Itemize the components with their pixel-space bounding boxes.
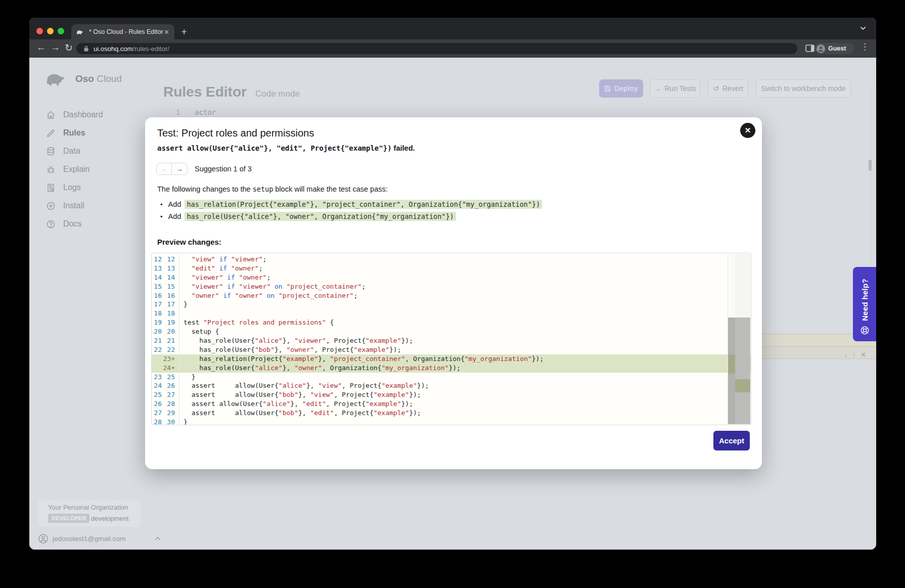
diff-scrollbar[interactable]: [728, 254, 750, 424]
diff-row: 2426 assert allow(User{"alice"}, "view",…: [152, 381, 751, 390]
suggestion-pager: ← →: [156, 163, 188, 175]
suggestion-list: •Addhas_relation(Project{"example"}, "pr…: [160, 198, 542, 222]
deploy-button[interactable]: Deploy: [599, 79, 643, 98]
run-tests-button[interactable]: → Run Tests: [650, 79, 700, 98]
sidebar-item-data[interactable]: Data: [46, 142, 147, 160]
suggestion-prefix: Add: [168, 200, 182, 208]
profile-chip[interactable]: Guest: [815, 43, 854, 54]
browser-menu-icon[interactable]: ⋮: [861, 41, 869, 52]
run-arrow-icon: →: [654, 84, 661, 93]
suggestion-code-chip: has_role(User{"alice"}, "owner", Organiz…: [185, 212, 456, 221]
sidebar-item-docs[interactable]: Docs: [46, 215, 147, 233]
new-line-number: 30: [162, 418, 175, 425]
accept-button[interactable]: Accept: [713, 431, 750, 450]
old-line-number: 28: [152, 418, 162, 425]
editor-scrollbar-thumb[interactable]: [869, 160, 872, 171]
sidebar-item-label: Rules: [63, 128, 85, 138]
sidebar-nav: DashboardRulesDataExplainLogsInstallDocs: [46, 106, 147, 233]
sidebar-item-label: Install: [63, 201, 84, 210]
browser-titlebar: * Oso Cloud - Rules Editor ✕ +: [29, 18, 876, 39]
revert-button[interactable]: ↺ Revert: [708, 79, 748, 98]
old-line-number: 15: [152, 282, 162, 291]
need-help-tab[interactable]: Need help?: [853, 267, 876, 341]
diff-row: 1717}: [152, 300, 751, 309]
old-line-number: 22: [152, 345, 162, 354]
diff-rows: 1212 "view" if "viewer";1313 "edit" if "…: [152, 255, 751, 425]
user-menu[interactable]: jedosotest1@gmail.com: [38, 534, 161, 544]
refresh-button[interactable]: ↻: [65, 42, 73, 54]
screen: * Oso Cloud - Rules Editor ✕ + ← → ↻ ui.…: [0, 0, 905, 588]
code-text: has_role(User{"bob"}, "owner", Project{"…: [179, 345, 401, 354]
code-text: has_role(User{"alice"}, "owner", Organiz…: [179, 364, 461, 373]
preview-changes-label: Preview changes:: [157, 238, 221, 246]
browser-tab[interactable]: * Oso Cloud - Rules Editor ✕: [71, 24, 174, 39]
url-path: /rules-editor/: [132, 45, 169, 53]
switch-workbench-button[interactable]: Switch to workbench mode: [756, 79, 851, 98]
diff-row: 2222 has_role(User{"bob"}, "owner", Proj…: [152, 345, 751, 354]
suggestion-code-chip: has_relation(Project{"example"}, "projec…: [185, 200, 542, 209]
suggestion-counter: Suggestion 1 of 3: [195, 165, 252, 173]
sidebar-item-explain[interactable]: Explain: [46, 160, 147, 178]
suggestion-intro: The following changes to the setup block…: [157, 185, 388, 193]
code-text: assert allow(User{"bob"}, "edit", Projec…: [179, 409, 421, 418]
previous-suggestion-button[interactable]: ←: [156, 163, 172, 175]
diff-row: 2121 has_role(User{"alice"}, "viewer", P…: [152, 336, 751, 345]
tab-title: * Oso Cloud - Rules Editor: [89, 28, 164, 35]
deploy-icon: [604, 85, 611, 92]
chevron-down-icon[interactable]: [860, 26, 866, 30]
traffic-minimize-button[interactable]: [47, 28, 54, 34]
next-suggestion-button[interactable]: →: [172, 163, 188, 175]
diff-row-added: 23+ has_relation(Project{"example"}, "pr…: [152, 354, 751, 364]
lock-icon: [83, 46, 89, 52]
page-mode-label: Code mode: [255, 89, 300, 99]
suggestion-prefix: Add: [168, 212, 182, 220]
side-panel-icon[interactable]: [805, 44, 815, 52]
old-line-number: 17: [152, 300, 162, 309]
diff-row: 1616 "owner" if "owner" on "project_cont…: [152, 291, 751, 300]
old-line-number: 18: [152, 309, 162, 318]
sidebar-item-install[interactable]: Install: [46, 197, 147, 215]
new-line-number: 20: [162, 327, 175, 336]
tab-close-icon[interactable]: ✕: [164, 28, 169, 36]
scrollbar-track: [728, 254, 735, 318]
code-text: test "Project roles and permissions" {: [179, 318, 334, 327]
data-icon: [46, 147, 56, 156]
old-line-number: 24: [152, 381, 162, 390]
overview-diff-marker: [735, 379, 750, 392]
new-line-number: 14: [162, 273, 175, 282]
chevron-up-icon[interactable]: [155, 537, 161, 540]
code-text: [179, 309, 184, 318]
traffic-zoom-button[interactable]: [58, 28, 64, 34]
code-text: setup {: [179, 327, 219, 336]
old-line-number: 13: [152, 264, 162, 273]
diff-row: 1919test "Project roles and permissions"…: [152, 318, 751, 327]
avatar: [817, 44, 825, 53]
new-line-number: 25: [162, 373, 175, 382]
back-button[interactable]: ←: [36, 42, 46, 53]
code-text: assert allow(User{"alice"}, "view", Proj…: [179, 381, 429, 390]
sidebar-item-rules[interactable]: Rules: [46, 124, 147, 142]
old-line-number: 12: [152, 255, 162, 264]
sidebar-item-dashboard[interactable]: Dashboard: [46, 106, 147, 124]
app-content: Oso Cloud DashboardRulesDataExplainLogsI…: [29, 58, 876, 550]
sidebar-item-logs[interactable]: Logs: [46, 178, 147, 197]
traffic-close-button[interactable]: [36, 28, 43, 34]
org-environment: development: [91, 515, 128, 522]
docs-icon: [46, 219, 56, 229]
page-title: Rules Editor: [163, 84, 247, 100]
url-bar[interactable]: ui.osohq.com/rules-editor/: [76, 43, 797, 54]
failed-assert-line: assert allow(User{"alice"}, "edit", Proj…: [157, 144, 415, 152]
forward-button[interactable]: →: [51, 42, 60, 53]
diff-row: 2628 assert allow(User{"alice"}, "edit",…: [152, 399, 751, 409]
modal-close-button[interactable]: ✕: [740, 123, 755, 138]
lifebuoy-icon: [860, 326, 870, 335]
guest-label: Guest: [828, 45, 846, 52]
install-icon: [46, 201, 56, 211]
close-icon: ✕: [745, 126, 751, 135]
code-text: assert allow(User{"alice"}, "edit", Proj…: [179, 399, 413, 409]
favicon-bear-icon: [76, 29, 85, 35]
old-line-number: 23: [152, 373, 162, 382]
new-line-number: 19: [162, 318, 175, 327]
code-text: has_relation(Project{"example"}, "projec…: [179, 354, 544, 364]
new-tab-button[interactable]: +: [181, 26, 187, 38]
